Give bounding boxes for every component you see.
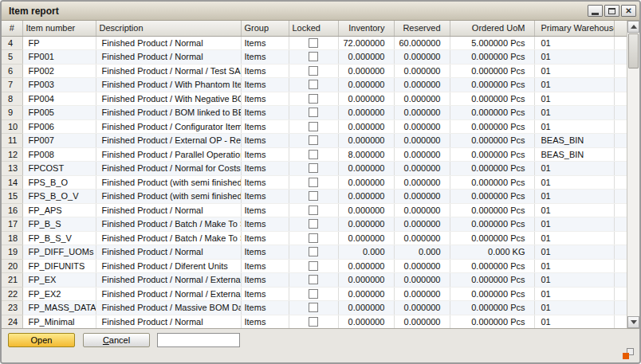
locked-checkbox[interactable] xyxy=(309,191,318,201)
ordered-uom-cell[interactable]: 5.000000 Pcs xyxy=(450,36,534,50)
ordered-uom-cell[interactable]: 0.000000 Pcs xyxy=(450,78,534,92)
description-cell[interactable]: Finished Product / Normal / External O xyxy=(96,273,241,288)
primary-warehouse-cell[interactable]: 01 xyxy=(534,203,614,217)
locked-checkbox[interactable] xyxy=(309,94,318,104)
inventory-cell[interactable]: 0.000000 xyxy=(338,106,394,120)
ordered-uom-cell[interactable]: 0.000000 Pcs xyxy=(450,287,534,301)
inventory-cell[interactable]: 0.000000 xyxy=(338,259,394,273)
reserved-cell[interactable]: 0.000000 xyxy=(394,259,450,273)
item-number-cell[interactable]: FP004 xyxy=(22,92,96,106)
scroll-up-button[interactable] xyxy=(627,21,639,33)
group-cell[interactable]: Items xyxy=(241,273,289,288)
locked-checkbox[interactable] xyxy=(309,317,318,327)
maximize-button[interactable] xyxy=(604,5,619,17)
locked-checkbox[interactable] xyxy=(309,178,318,187)
primary-warehouse-cell[interactable]: 01 xyxy=(534,245,614,260)
inventory-cell[interactable]: 0.000000 xyxy=(338,162,394,176)
primary-warehouse-cell[interactable]: 01 xyxy=(534,231,614,245)
group-cell[interactable]: Items xyxy=(241,147,289,162)
locked-checkbox[interactable] xyxy=(309,52,318,61)
reserved-cell[interactable]: 0.000000 xyxy=(394,315,450,328)
description-cell[interactable]: Finished Product (with semi finished) / xyxy=(96,175,241,190)
reserved-cell[interactable]: 0.000000 xyxy=(394,119,450,134)
description-cell[interactable]: Finished Product / Normal / External O xyxy=(96,287,241,301)
column-header-reserved[interactable]: Reserved xyxy=(394,21,450,36)
reserved-cell[interactable]: 0.000000 xyxy=(394,231,450,245)
table-row[interactable]: 21 FP_EX Finished Product / Normal / Ext… xyxy=(2,273,627,288)
inventory-cell[interactable]: 0.000000 xyxy=(338,217,394,232)
primary-warehouse-cell[interactable]: 01 xyxy=(534,190,614,204)
inventory-cell[interactable]: 0.000000 xyxy=(338,273,394,288)
inventory-cell[interactable]: 0.000 xyxy=(338,245,394,260)
inventory-cell[interactable]: 0.000000 xyxy=(338,190,394,204)
primary-warehouse-cell[interactable]: 01 xyxy=(534,287,614,301)
item-number-cell[interactable]: FPS_B_O_V xyxy=(22,190,96,204)
table-row[interactable]: 10 FP006 Finished Product / Configurator… xyxy=(2,119,627,134)
table-row[interactable]: 8 FP004 Finished Product / With Negative… xyxy=(2,92,627,106)
group-cell[interactable]: Items xyxy=(241,231,289,245)
ordered-uom-cell[interactable]: 0.000000 Pcs xyxy=(450,203,534,217)
table-row[interactable]: 22 FP_EX2 Finished Product / Normal / Ex… xyxy=(2,287,627,301)
column-header-ordered-uom[interactable]: Ordered UoM xyxy=(450,21,534,36)
reserved-cell[interactable]: 0.000000 xyxy=(394,301,450,315)
table-row[interactable]: 20 FP_DIFUNITS Finished Product / Difere… xyxy=(2,259,627,273)
reserved-cell[interactable]: 0.000000 xyxy=(394,78,450,92)
group-cell[interactable]: Items xyxy=(241,287,289,301)
ordered-uom-cell[interactable]: 0.000000 Pcs xyxy=(450,175,534,190)
ordered-uom-cell[interactable]: 0.000 KG xyxy=(450,245,534,260)
ordered-uom-cell[interactable]: 0.000000 Pcs xyxy=(450,301,534,315)
ordered-uom-cell[interactable]: 0.000000 Pcs xyxy=(450,259,534,273)
primary-warehouse-cell[interactable]: 01 xyxy=(534,92,614,106)
primary-warehouse-cell[interactable]: 01 xyxy=(534,273,614,288)
scroll-down-button[interactable] xyxy=(627,316,639,328)
reserved-cell[interactable]: 0.000000 xyxy=(394,92,450,106)
locked-checkbox[interactable] xyxy=(309,108,318,117)
description-cell[interactable]: Finished Product / Normal xyxy=(96,36,241,50)
group-cell[interactable]: Items xyxy=(241,217,289,232)
inventory-cell[interactable]: 0.000000 xyxy=(338,301,394,315)
locked-checkbox[interactable] xyxy=(309,261,318,271)
inventory-cell[interactable]: 0.000000 xyxy=(338,78,394,92)
item-number-cell[interactable]: FP_B_S_V xyxy=(22,231,96,245)
table-row[interactable]: 17 FP_B_S Finished Product / Batch / Mak… xyxy=(2,217,627,232)
group-cell[interactable]: Items xyxy=(241,259,289,273)
primary-warehouse-cell[interactable]: 01 xyxy=(534,259,614,273)
group-cell[interactable]: Items xyxy=(241,175,289,190)
item-number-cell[interactable]: FP_Minimal xyxy=(22,315,96,328)
description-cell[interactable]: Finished Product / Diferent Units xyxy=(96,259,241,273)
group-cell[interactable]: Items xyxy=(241,245,289,260)
table-row[interactable]: 6 FP002 Finished Product / Normal / Test… xyxy=(2,64,627,78)
column-header-primary-warehouse[interactable]: Primary Warehouse xyxy=(534,21,614,36)
ordered-uom-cell[interactable]: 0.000000 Pcs xyxy=(450,50,534,65)
table-row[interactable]: 19 FP_DIFF_UOMs Finished Product / Norma… xyxy=(2,245,627,260)
item-number-cell[interactable]: FP003 xyxy=(22,78,96,92)
primary-warehouse-cell[interactable]: 01 xyxy=(534,50,614,65)
item-number-cell[interactable]: FP006 xyxy=(22,119,96,134)
reserved-cell[interactable]: 0.000000 xyxy=(394,50,450,65)
locked-checkbox[interactable] xyxy=(309,205,318,215)
inventory-cell[interactable]: 72.000000 xyxy=(338,36,394,50)
locked-checkbox[interactable] xyxy=(309,219,318,229)
scrollbar-thumb[interactable] xyxy=(628,33,639,68)
inventory-cell[interactable]: 0.000000 xyxy=(338,315,394,328)
item-number-cell[interactable]: FP_DIFUNITS xyxy=(22,259,96,273)
group-cell[interactable]: Items xyxy=(241,301,289,315)
locked-checkbox[interactable] xyxy=(309,303,318,312)
locked-checkbox[interactable] xyxy=(309,233,318,243)
reserved-cell[interactable]: 0.000000 xyxy=(394,287,450,301)
ordered-uom-cell[interactable]: 0.000000 Pcs xyxy=(450,134,534,148)
reserved-cell[interactable]: 0.000000 xyxy=(394,190,450,204)
primary-warehouse-cell[interactable]: 01 xyxy=(534,78,614,92)
ordered-uom-cell[interactable]: 0.000000 Pcs xyxy=(450,64,534,78)
group-cell[interactable]: Items xyxy=(241,50,289,65)
description-cell[interactable]: Finished Product / Normal for Costs xyxy=(96,162,241,176)
reserved-cell[interactable]: 0.000000 xyxy=(394,273,450,288)
description-cell[interactable]: Finished Product / Parallel Operations xyxy=(96,147,241,162)
inventory-cell[interactable]: 0.000000 xyxy=(338,231,394,245)
table-row[interactable]: 9 FP005 Finished Product / BOM linked to… xyxy=(2,106,627,120)
inventory-cell[interactable]: 8.000000 xyxy=(338,147,394,162)
locked-checkbox[interactable] xyxy=(309,122,318,131)
scrollbar-track[interactable] xyxy=(627,33,639,316)
description-cell[interactable]: Finished Product / BOM linked to BEA xyxy=(96,106,241,120)
locked-checkbox[interactable] xyxy=(309,247,318,256)
